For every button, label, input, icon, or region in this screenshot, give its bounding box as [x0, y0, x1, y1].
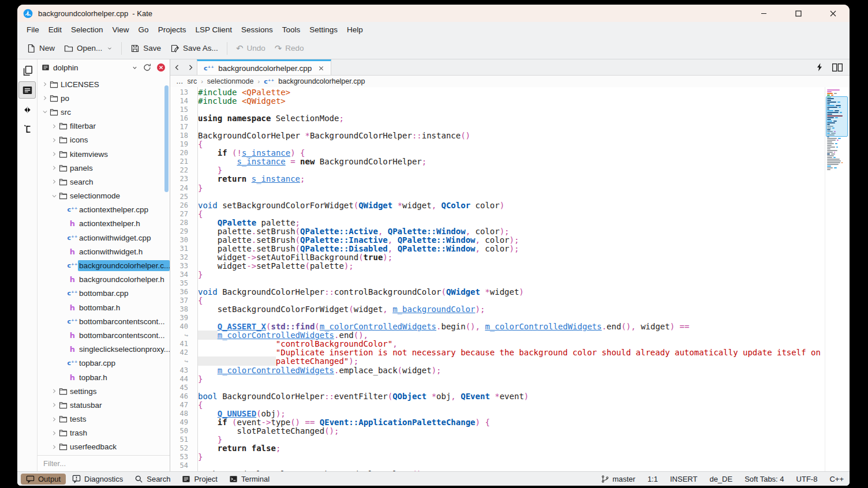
chevron-down-icon[interactable]: [41, 108, 48, 116]
history-back-button[interactable]: [170, 59, 184, 75]
chevron-right-icon[interactable]: [50, 429, 58, 437]
tree-folder-tests[interactable]: tests: [38, 412, 170, 426]
menu-file[interactable]: File: [22, 23, 44, 36]
tree-folder-po[interactable]: po: [38, 91, 170, 105]
chevron-right-icon[interactable]: [50, 151, 58, 158]
chevron-right-icon[interactable]: [50, 136, 58, 144]
chevron-down-icon[interactable]: [107, 46, 113, 51]
breadcrumb-segment[interactable]: selectionmode: [207, 77, 254, 85]
toolview-project-button[interactable]: Project: [177, 474, 222, 485]
menu-tools[interactable]: Tools: [278, 23, 305, 36]
menu-go[interactable]: Go: [134, 23, 154, 36]
menu-view[interactable]: View: [108, 23, 134, 36]
split-view-icon[interactable]: [832, 63, 843, 72]
tree-folder-statusbar[interactable]: statusbar: [38, 398, 170, 412]
status-insert[interactable]: INSERT: [670, 475, 697, 483]
tree-scrollbar[interactable]: [164, 85, 169, 192]
tree-file-bottombar-h[interactable]: hbottombar.h: [38, 301, 170, 314]
quick-open-bolt-icon[interactable]: [816, 63, 823, 72]
tree-file-actionwithwidget-h[interactable]: hactionwithwidget.h: [38, 245, 170, 258]
status-soft-tabs-4[interactable]: Soft Tabs: 4: [744, 475, 784, 483]
maximize-button[interactable]: [791, 7, 806, 20]
redo-button[interactable]: ↷Redo: [270, 41, 309, 55]
window-title: backgroundcolorhelper.cpp - Kate: [38, 9, 152, 18]
new-button[interactable]: New: [22, 41, 59, 56]
tree-folder-trash[interactable]: trash: [38, 426, 170, 440]
chevron-right-icon[interactable]: [50, 164, 58, 172]
save-button[interactable]: Save: [126, 41, 166, 56]
undo-button[interactable]: ↶Undo: [231, 41, 270, 55]
toolview-diagnostics-button[interactable]: Diagnostics: [67, 474, 128, 485]
close-project-button[interactable]: [156, 63, 166, 72]
titlebar[interactable]: backgroundcolorhelper.cpp - Kate: [17, 5, 850, 22]
breadcrumb-segment[interactable]: src: [188, 77, 197, 85]
tree-folder-settings[interactable]: settings: [38, 384, 170, 398]
tree-folder-filterbar[interactable]: filterbar: [38, 119, 170, 133]
tab-backgroundcolorhelper-cpp[interactable]: c⁺⁺ backgroundcolorhelper.cpp: [197, 59, 331, 75]
minimap[interactable]: [825, 87, 850, 471]
tree-file-singleclickselectionproxy-[interactable]: hsingleclickselectionproxy...: [38, 343, 170, 356]
tree-folder-selectionmode[interactable]: selectionmode: [38, 189, 170, 203]
menu-help[interactable]: Help: [342, 23, 368, 36]
code-editor[interactable]: 1314151617181920212223242526272829303132…: [170, 87, 850, 471]
menu-lsp-client[interactable]: LSP Client: [190, 23, 237, 36]
tree-file-actionwithwidget-cpp[interactable]: c⁺⁺actionwithwidget.cpp: [38, 231, 170, 245]
tree-folder-icons[interactable]: icons: [38, 133, 170, 147]
status-de-de[interactable]: de_DE: [709, 475, 732, 483]
tree-item-label: singleclickselectionproxy...: [78, 344, 170, 355]
toolview-button-symbols-icon[interactable]: [18, 121, 36, 138]
chevron-right-icon[interactable]: [50, 443, 58, 451]
chevron-right-icon[interactable]: [50, 178, 58, 186]
tree-folder-userfeedback[interactable]: userfeedback: [38, 440, 170, 454]
tree-folder-kitemviews[interactable]: kitemviews: [38, 147, 170, 161]
minimize-button[interactable]: [756, 7, 771, 20]
minimap-viewport[interactable]: [826, 96, 848, 137]
breadcrumb-segment[interactable]: backgroundcolorhelper.cpp: [278, 77, 365, 85]
toolview-button-git-icon[interactable]: [18, 101, 36, 118]
chevron-right-icon[interactable]: [41, 81, 48, 88]
toolview-output-button[interactable]: Output: [21, 474, 66, 485]
project-filter-input[interactable]: [42, 459, 165, 468]
tree-file-bottombar-cpp[interactable]: c⁺⁺bottombar.cpp: [38, 287, 170, 301]
tree-folder-licenses[interactable]: LICENSES: [38, 77, 170, 91]
toolview-terminal-button[interactable]: Terminal: [224, 474, 275, 485]
chevron-right-icon[interactable]: [50, 415, 58, 423]
tree-folder-src[interactable]: src: [38, 105, 170, 119]
project-selector[interactable]: dolphin: [42, 63, 138, 72]
toolview-button-project-list-icon[interactable]: [18, 81, 36, 99]
tree-file-actiontexthelper-cpp[interactable]: c⁺⁺actiontexthelper.cpp: [38, 203, 170, 217]
menu-settings[interactable]: Settings: [305, 23, 342, 36]
status-1-1[interactable]: 1:1: [648, 475, 658, 483]
tree-file-bottombarcontentscont-[interactable]: hbottombarcontentscont...: [38, 328, 170, 342]
chevron-right-icon[interactable]: [41, 95, 48, 102]
status-utf-8[interactable]: UTF-8: [796, 475, 818, 483]
tree-file-actiontexthelper-h[interactable]: hactiontexthelper.h: [38, 217, 170, 231]
menu-selection[interactable]: Selection: [66, 23, 108, 36]
open--button[interactable]: Open...: [59, 41, 117, 56]
history-forward-button[interactable]: [184, 59, 197, 75]
menu-sessions[interactable]: Sessions: [237, 23, 278, 36]
status-c-[interactable]: C++: [829, 475, 844, 483]
menu-edit[interactable]: Edit: [44, 23, 66, 36]
tab-close-icon[interactable]: [318, 65, 324, 72]
tree-file-topbar-h[interactable]: htopbar.h: [38, 370, 170, 384]
status-master[interactable]: master: [601, 475, 635, 483]
project-file-tree[interactable]: LICENSESposrcfilterbariconskitemviewspan…: [38, 76, 170, 455]
tree-file-topbar-cpp[interactable]: c⁺⁺topbar.cpp: [38, 356, 170, 370]
tree-folder-search[interactable]: search: [38, 175, 170, 189]
menu-projects[interactable]: Projects: [154, 23, 191, 36]
toolview-search-button[interactable]: Search: [129, 474, 175, 485]
chevron-right-icon[interactable]: [50, 122, 58, 130]
close-button[interactable]: [825, 7, 840, 20]
tree-folder-panels[interactable]: panels: [38, 161, 170, 175]
tree-file-bottombarcontentscont-[interactable]: c⁺⁺bottombarcontentscont...: [38, 314, 170, 328]
tree-file-backgroundcolorhelper-h[interactable]: hbackgroundcolorhelper.h: [38, 273, 170, 287]
toolview-button-documents-icon[interactable]: [18, 62, 36, 79]
tree-file-backgroundcolorhelper-c-[interactable]: c⁺⁺backgroundcolorhelper.c...: [38, 258, 170, 272]
save-as--button[interactable]: Save As...: [166, 41, 223, 56]
chevron-down-icon[interactable]: [50, 192, 58, 200]
breadcrumb-segment[interactable]: …: [176, 77, 184, 85]
chevron-right-icon[interactable]: [50, 401, 58, 409]
chevron-right-icon[interactable]: [50, 388, 58, 395]
reload-project-button[interactable]: [143, 63, 152, 72]
